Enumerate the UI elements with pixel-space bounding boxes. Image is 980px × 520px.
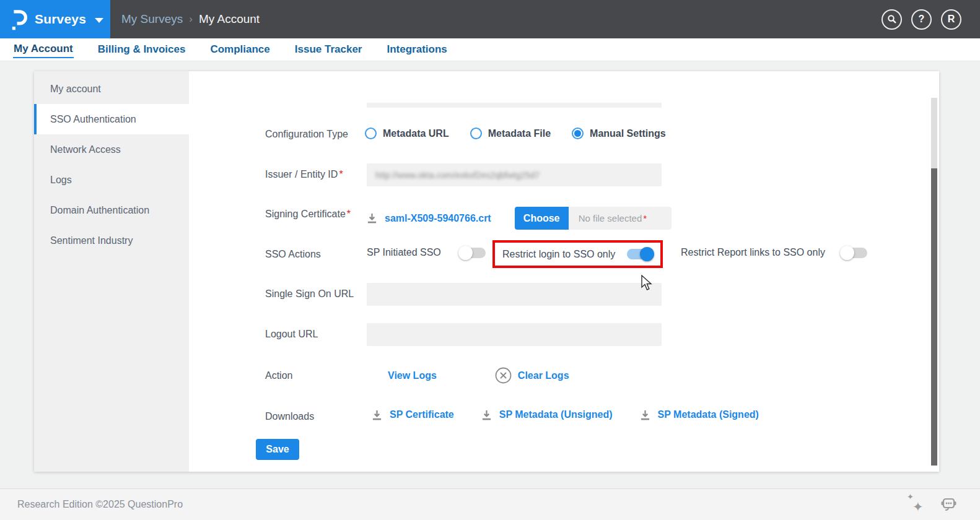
logout-url-label: Logout URL: [265, 329, 318, 340]
signing-certificate-label: Signing Certificate*: [265, 209, 351, 220]
app-root: Surveys My Surveys › My Account ? R My: [0, 0, 980, 520]
breadcrumb-my-surveys[interactable]: My Surveys: [121, 12, 183, 26]
help-button[interactable]: ?: [911, 9, 932, 30]
restrict-report-links-sso-toggle[interactable]: [841, 248, 867, 258]
action-label: Action: [265, 370, 292, 381]
save-button[interactable]: Save: [256, 439, 299, 460]
tab-my-account[interactable]: My Account: [13, 41, 74, 58]
chat-support-icon[interactable]: [939, 495, 958, 514]
radio-circle-icon: [470, 128, 482, 139]
avatar-initial: R: [948, 14, 955, 25]
settings-panel: My account SSO Authentication Network Ac…: [34, 71, 939, 472]
footer-copyright: Research Edition ©2025 QuestionPro: [17, 499, 183, 510]
header-actions: ? R: [882, 0, 961, 38]
single-sign-on-url-field[interactable]: [367, 283, 662, 306]
radio-selected-icon: [572, 128, 584, 139]
restrict-login-sso-toggle[interactable]: [627, 249, 653, 259]
scrollbar-thumb[interactable]: [931, 168, 937, 466]
sidebar-item-my-account[interactable]: My account: [34, 74, 189, 104]
breadcrumb: My Surveys › My Account: [121, 0, 260, 38]
signing-certificate-row: saml-X509-5940766.crt Choose No file sel…: [367, 207, 672, 230]
configuration-type-options: Metadata URL Metadata File Manual Settin…: [365, 128, 666, 139]
issuer-obscured-value: http://www.okta.com/exkof2es2qbfwtg25d7: [375, 170, 540, 180]
downloads-label: Downloads: [265, 411, 314, 422]
chevron-down-icon: [95, 18, 103, 23]
sp-certificate-download[interactable]: SP Certificate: [372, 409, 454, 420]
view-logs-link[interactable]: View Logs: [388, 370, 437, 381]
product-name: Surveys: [35, 12, 86, 27]
cutoff-field-bottom: [367, 103, 662, 108]
download-icon: [367, 213, 377, 223]
sidebar-item-sso-authentication[interactable]: SSO Authentication: [34, 104, 189, 134]
toggle-knob: [840, 246, 854, 260]
top-header: Surveys My Surveys › My Account ? R: [0, 0, 980, 38]
configuration-type-label: Configuration Type: [265, 129, 348, 140]
breadcrumb-separator: ›: [189, 13, 193, 25]
toggle-knob: [640, 247, 654, 261]
downloads-row: SP Certificate SP Metadata (Unsigned) SP…: [372, 409, 759, 420]
search-icon: [887, 14, 897, 24]
sidebar-item-domain-authentication[interactable]: Domain Authentication: [34, 195, 189, 225]
questionpro-logo-icon: [10, 7, 28, 31]
radio-circle-icon: [365, 128, 377, 139]
radio-manual-settings[interactable]: Manual Settings: [572, 128, 666, 139]
action-row: View Logs Clear Logs: [388, 367, 569, 384]
restrict-login-highlight-box: Restrict login to SSO only: [492, 240, 663, 268]
issuer-entity-id-field[interactable]: http://www.okta.com/exkof2es2qbfwtg25d7: [367, 163, 662, 186]
sp-initiated-sso-toggle-group: SP Initiated SSO: [367, 247, 486, 258]
search-button[interactable]: [882, 9, 902, 30]
radio-metadata-file[interactable]: Metadata File: [470, 128, 551, 139]
tab-issue-tracker[interactable]: Issue Tracker: [294, 42, 363, 58]
issuer-entity-id-label: Issuer / Entity ID*: [265, 169, 343, 180]
sidebar-item-sentiment-industry[interactable]: Sentiment Industry: [34, 225, 189, 256]
sp-initiated-sso-toggle[interactable]: [460, 248, 486, 258]
download-icon: [481, 410, 492, 420]
tab-billing-invoices[interactable]: Billing & Invoices: [97, 42, 186, 58]
tab-compliance[interactable]: Compliance: [209, 42, 270, 58]
account-tabbar: My Account Billing & Invoices Compliance…: [0, 38, 980, 61]
no-file-selected: No file selected*: [569, 207, 672, 230]
settings-sidebar: My account SSO Authentication Network Ac…: [34, 71, 189, 472]
sp-metadata-signed-download[interactable]: SP Metadata (Signed): [640, 409, 759, 420]
tab-integrations[interactable]: Integrations: [386, 42, 447, 58]
logout-url-field[interactable]: [367, 323, 662, 346]
download-icon: [640, 410, 650, 420]
restrict-report-links-toggle-group: Restrict Report links to SSO only: [681, 247, 867, 258]
single-sign-on-url-label: Single Sign On URL: [265, 288, 354, 300]
avatar[interactable]: R: [941, 9, 961, 30]
radio-metadata-url[interactable]: Metadata URL: [365, 128, 449, 139]
choose-file-button[interactable]: Choose: [515, 207, 569, 230]
ai-sparkles-icon[interactable]: ✦✦: [907, 496, 924, 513]
certificate-file-link[interactable]: saml-X509-5940766.crt: [385, 213, 491, 224]
clear-logs-link[interactable]: Clear Logs: [518, 370, 569, 381]
sso-actions-label: SSO Actions: [265, 249, 321, 260]
sidebar-item-logs[interactable]: Logs: [34, 165, 189, 195]
clear-circle-x-icon: [495, 367, 512, 384]
footer-icons: ✦✦: [907, 495, 958, 514]
sp-metadata-unsigned-download[interactable]: SP Metadata (Unsigned): [481, 409, 613, 420]
download-icon: [372, 410, 382, 420]
product-switcher[interactable]: Surveys: [0, 0, 110, 38]
sidebar-item-network-access[interactable]: Network Access: [34, 134, 189, 165]
footer: Research Edition ©2025 QuestionPro ✦✦: [0, 488, 980, 520]
toggle-knob: [458, 246, 473, 260]
help-icon: ?: [919, 14, 925, 25]
breadcrumb-current: My Account: [199, 12, 260, 26]
